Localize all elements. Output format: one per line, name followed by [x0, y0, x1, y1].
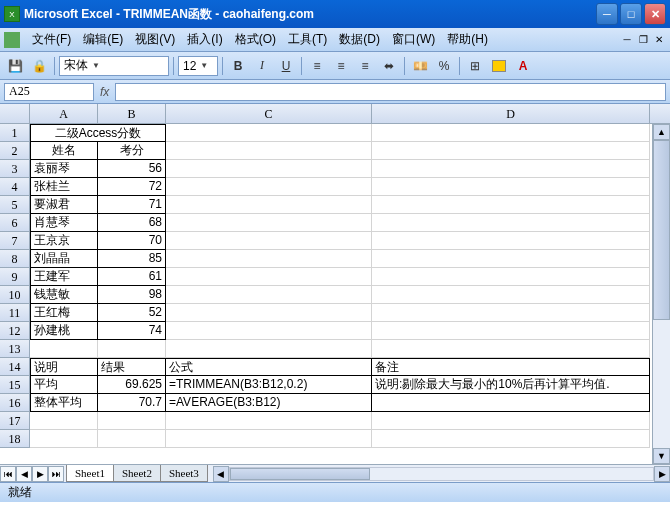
- cell[interactable]: 61: [98, 268, 166, 286]
- col-header-A[interactable]: A: [30, 104, 98, 123]
- row-header[interactable]: 3: [0, 160, 30, 178]
- maximize-button[interactable]: □: [620, 3, 642, 25]
- row-header[interactable]: 12: [0, 322, 30, 340]
- cell[interactable]: [166, 304, 372, 322]
- sheet-tab[interactable]: Sheet1: [66, 465, 114, 482]
- cell[interactable]: 85: [98, 250, 166, 268]
- menu-help[interactable]: 帮助(H): [441, 29, 494, 50]
- italic-button[interactable]: I: [251, 55, 273, 77]
- row-header[interactable]: 13: [0, 340, 30, 358]
- cell[interactable]: 70.7: [98, 394, 166, 412]
- menu-insert[interactable]: 插入(I): [181, 29, 228, 50]
- cell[interactable]: 71: [98, 196, 166, 214]
- grid-body[interactable]: 1二级Access分数 2姓名考分 3袁丽琴56 4张桂兰72 5要淑君71 6…: [0, 124, 670, 482]
- menu-view[interactable]: 视图(V): [129, 29, 181, 50]
- menu-tools[interactable]: 工具(T): [282, 29, 333, 50]
- cell[interactable]: [372, 304, 650, 322]
- cell[interactable]: 平均: [30, 376, 98, 394]
- cell[interactable]: [372, 286, 650, 304]
- col-header-B[interactable]: B: [98, 104, 166, 123]
- col-header-D[interactable]: D: [372, 104, 650, 123]
- cell[interactable]: 考分: [98, 142, 166, 160]
- cell[interactable]: [372, 178, 650, 196]
- scroll-up-arrow[interactable]: ▲: [653, 124, 670, 140]
- menu-format[interactable]: 格式(O): [229, 29, 282, 50]
- formula-input[interactable]: [115, 83, 666, 101]
- cell[interactable]: 70: [98, 232, 166, 250]
- cell[interactable]: 刘晶晶: [30, 250, 98, 268]
- font-family-selector[interactable]: 宋体▼: [59, 56, 169, 76]
- cell[interactable]: 98: [98, 286, 166, 304]
- cell[interactable]: [166, 250, 372, 268]
- menu-data[interactable]: 数据(D): [333, 29, 386, 50]
- permission-icon[interactable]: 🔒: [28, 55, 50, 77]
- cell[interactable]: [372, 250, 650, 268]
- sheet-tab[interactable]: Sheet3: [160, 465, 208, 482]
- cell[interactable]: [372, 394, 650, 412]
- cell[interactable]: [166, 196, 372, 214]
- merge-cells-button[interactable]: ⬌: [378, 55, 400, 77]
- doc-restore-button[interactable]: ❐: [636, 33, 650, 47]
- row-header[interactable]: 11: [0, 304, 30, 322]
- cell[interactable]: [372, 214, 650, 232]
- cell[interactable]: [166, 214, 372, 232]
- cell[interactable]: [98, 412, 166, 430]
- percent-button[interactable]: %: [433, 55, 455, 77]
- scroll-left-arrow[interactable]: ◀: [213, 466, 229, 482]
- cell[interactable]: [98, 340, 166, 358]
- doc-minimize-button[interactable]: ─: [620, 33, 634, 47]
- fx-icon[interactable]: fx: [100, 85, 109, 99]
- row-header[interactable]: 14: [0, 358, 30, 376]
- cell[interactable]: [30, 430, 98, 448]
- menu-window[interactable]: 窗口(W): [386, 29, 441, 50]
- row-header[interactable]: 8: [0, 250, 30, 268]
- cell[interactable]: 69.625: [98, 376, 166, 394]
- cell[interactable]: 王建军: [30, 268, 98, 286]
- cell[interactable]: 姓名: [30, 142, 98, 160]
- doc-close-button[interactable]: ✕: [652, 33, 666, 47]
- cell[interactable]: [166, 268, 372, 286]
- select-all-corner[interactable]: [0, 104, 30, 123]
- cell[interactable]: 72: [98, 178, 166, 196]
- cell[interactable]: 说明: [30, 358, 98, 376]
- scroll-thumb[interactable]: [230, 468, 370, 480]
- fill-color-button[interactable]: [488, 55, 510, 77]
- cell[interactable]: 王京京: [30, 232, 98, 250]
- cell[interactable]: 52: [98, 304, 166, 322]
- font-color-button[interactable]: A: [512, 55, 534, 77]
- menu-file[interactable]: 文件(F): [26, 29, 77, 50]
- cell[interactable]: 结果: [98, 358, 166, 376]
- cell[interactable]: [166, 160, 372, 178]
- first-sheet-button[interactable]: ⏮: [0, 466, 16, 482]
- row-header[interactable]: 10: [0, 286, 30, 304]
- row-header[interactable]: 16: [0, 394, 30, 412]
- cell[interactable]: 74: [98, 322, 166, 340]
- row-header[interactable]: 9: [0, 268, 30, 286]
- cell[interactable]: 整体平均: [30, 394, 98, 412]
- col-header-C[interactable]: C: [166, 104, 372, 123]
- name-box[interactable]: A25: [4, 83, 94, 101]
- cell[interactable]: [166, 232, 372, 250]
- cell[interactable]: [372, 322, 650, 340]
- cell[interactable]: [372, 232, 650, 250]
- cell[interactable]: [30, 412, 98, 430]
- cell[interactable]: [372, 412, 650, 430]
- bold-button[interactable]: B: [227, 55, 249, 77]
- align-left-button[interactable]: ≡: [306, 55, 328, 77]
- cell[interactable]: 二级Access分数: [30, 124, 166, 142]
- scroll-right-arrow[interactable]: ▶: [654, 466, 670, 482]
- cell[interactable]: 钱慧敏: [30, 286, 98, 304]
- close-button[interactable]: ✕: [644, 3, 666, 25]
- save-icon[interactable]: 💾: [4, 55, 26, 77]
- cell[interactable]: [372, 268, 650, 286]
- cell[interactable]: [372, 142, 650, 160]
- minimize-button[interactable]: ─: [596, 3, 618, 25]
- cell[interactable]: 张桂兰: [30, 178, 98, 196]
- cell[interactable]: [166, 430, 372, 448]
- cell[interactable]: 说明:剔除最大与最小的10%后再计算平均值.: [372, 376, 650, 394]
- row-header[interactable]: 18: [0, 430, 30, 448]
- underline-button[interactable]: U: [275, 55, 297, 77]
- cell[interactable]: [166, 286, 372, 304]
- row-header[interactable]: 2: [0, 142, 30, 160]
- row-header[interactable]: 1: [0, 124, 30, 142]
